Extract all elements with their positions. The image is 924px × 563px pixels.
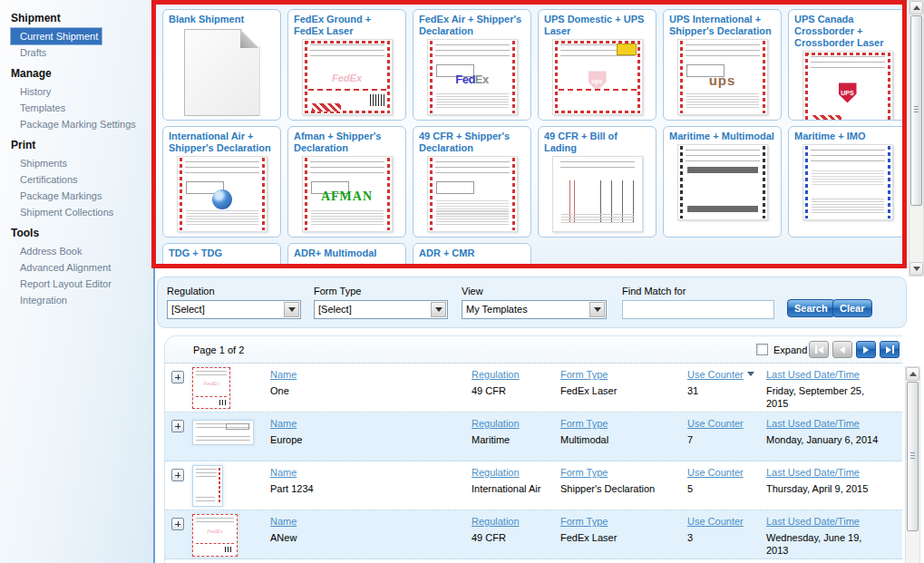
column-header-last-used[interactable]: Last Used Date/Time (766, 418, 860, 429)
form-lines (435, 161, 510, 178)
dropdown-arrow-icon[interactable] (431, 302, 446, 317)
column-header-regulation[interactable]: Regulation (472, 516, 520, 527)
column-header-name[interactable]: Name (270, 369, 297, 380)
sidebar-item-templates[interactable]: Templates (11, 100, 69, 116)
ups-shield-icon: UPS (839, 83, 857, 102)
sidebar-item-drafts[interactable]: Drafts (11, 44, 50, 61)
tile-49cfr-bol[interactable]: 49 CFR + Bill of Lading (538, 126, 657, 238)
scroll-up-icon[interactable] (906, 367, 919, 381)
next-page-button[interactable] (856, 341, 876, 358)
column-header-form-type[interactable]: Form Type (560, 516, 608, 527)
column-header-last-used[interactable]: Last Used Date/Time (766, 516, 860, 527)
dropdown-arrow-icon[interactable] (284, 302, 299, 317)
regulation-select[interactable]: [Select] (167, 300, 301, 319)
view-select[interactable]: My Templates (462, 300, 607, 319)
column-header-use-counter[interactable]: Use Counter (687, 516, 744, 527)
column-header-form-type[interactable]: Form Type (560, 369, 608, 380)
column-header-use-counter[interactable]: Use Counter (687, 467, 744, 478)
form-lines (310, 161, 384, 178)
tile-blank-shipment[interactable]: Blank Shipment (162, 9, 281, 121)
table-scrollbar[interactable] (905, 366, 920, 563)
column-header-form-type[interactable]: Form Type (560, 467, 608, 478)
template-title: International Air + Shipper's Declaratio… (169, 131, 275, 154)
table-row[interactable]: Name Europe Regulation Maritime Form Typ… (165, 413, 902, 461)
expand-row-icon[interactable] (171, 420, 184, 432)
tile-ups-canada[interactable]: UPS Canada Crossborder + Crossborder Las… (788, 9, 907, 121)
form-type-select[interactable]: [Select] (314, 300, 448, 319)
dropdown-arrow-icon[interactable] (589, 302, 605, 317)
sidebar-item-current-shipment[interactable]: Current Shipment (11, 28, 102, 44)
ups-logo: ups (678, 73, 767, 88)
scroll-down-icon[interactable] (909, 262, 923, 276)
column-header-regulation[interactable]: Regulation (472, 467, 520, 478)
sidebar-item-package-markings[interactable]: Package Markings (11, 188, 106, 204)
sidebar-item-advanced-alignment[interactable]: Advanced Alignment (11, 259, 114, 276)
ups-international-thumbnail: ups (677, 39, 768, 115)
tile-ups-domestic[interactable]: UPS Domestic + UPS Laser ups (538, 9, 657, 121)
table-row[interactable]: FedEx Name ANew Regulation 49 CFR Form T… (165, 510, 902, 559)
last-page-button[interactable] (880, 341, 900, 358)
prev-page-button[interactable] (832, 341, 852, 358)
tile-ups-international[interactable]: UPS International + Shipper's Declaratio… (663, 9, 782, 121)
sidebar-item-report-layout-editor[interactable]: Report Layout Editor (11, 276, 115, 292)
column-header-name[interactable]: Name (270, 418, 297, 429)
row-thumbnail (192, 420, 254, 445)
tile-maritime-imo[interactable]: Maritime + IMO (788, 126, 907, 238)
form-lines (812, 170, 884, 185)
scroll-up-icon[interactable] (909, 1, 923, 15)
search-button[interactable]: Search (787, 299, 835, 317)
sidebar-item-address-book[interactable]: Address Book (11, 243, 85, 259)
column-header-form-type[interactable]: Form Type (560, 418, 608, 429)
pagination (809, 341, 900, 358)
sidebar-item-integration[interactable]: Integration (11, 292, 71, 308)
tile-adr-multimodal[interactable]: ADR+ Multimodal (287, 243, 406, 268)
expand-row-icon[interactable] (171, 371, 184, 383)
row-regulation: Maritime (472, 434, 510, 445)
tile-international-air[interactable]: International Air + Shipper's Declaratio… (162, 126, 281, 238)
column-header-name[interactable]: Name (270, 467, 297, 478)
expand-row-icon[interactable] (171, 469, 184, 481)
template-title: FedEx Air + Shipper's Declaration (419, 14, 525, 37)
row-form-type: Multimodal (560, 434, 608, 445)
gallery-scrollbar-thumb[interactable] (910, 15, 922, 206)
tile-fedex-ground[interactable]: FedEx Ground + FedEx Laser FedEx (287, 9, 406, 121)
row-use-counter: 7 (687, 434, 693, 445)
sidebar-item-package-marking-settings[interactable]: Package Marking Settings (11, 116, 140, 132)
clear-button[interactable]: Clear (832, 299, 872, 317)
column-header-regulation[interactable]: Regulation (472, 418, 520, 429)
expand-row-icon[interactable] (171, 518, 184, 530)
maritime-multimodal-thumbnail (677, 144, 768, 220)
tile-afman[interactable]: Afman + Shipper's Declaration AFMAN (287, 126, 406, 238)
column-header-regulation[interactable]: Regulation (472, 369, 520, 380)
template-title: UPS Canada Crossborder + Crossborder Las… (794, 14, 900, 49)
column-header-use-counter[interactable]: Use Counter (687, 369, 744, 380)
row-use-counter: 31 (687, 385, 698, 396)
column-header-last-used[interactable]: Last Used Date/Time (766, 467, 860, 478)
column-header-use-counter[interactable]: Use Counter (687, 418, 744, 429)
form-type-value: [Select] (318, 304, 352, 315)
find-match-input[interactable] (622, 300, 774, 319)
table-row[interactable]: FedEx Name One Regulation 49 CFR Form Ty… (165, 364, 902, 413)
row-use-counter: 5 (687, 483, 693, 494)
tile-maritime-multimodal[interactable]: Maritime + Multimodal (663, 126, 782, 238)
tile-fedex-air[interactable]: FedEx Air + Shipper's Declaration FedEx (413, 9, 531, 121)
table-row[interactable]: Name Part 1234 Regulation International … (165, 461, 902, 510)
template-title: Maritime + IMO (794, 131, 900, 142)
sidebar-item-certifications[interactable]: Certifications (11, 171, 82, 188)
tile-tdg[interactable]: TDG + TDG (162, 243, 281, 268)
sidebar-item-history[interactable]: History (11, 83, 54, 100)
row-thumbnail: FedEx (192, 514, 238, 557)
expand-all-checkbox[interactable] (756, 344, 768, 355)
table-scrollbar-thumb[interactable] (907, 382, 919, 531)
column-header-last-used[interactable]: Last Used Date/Time (766, 369, 860, 380)
tile-adr-cmr[interactable]: ADR + CMR (413, 243, 531, 268)
template-grid: Blank Shipment FedEx Ground + FedEx Lase… (162, 9, 902, 268)
fedex-logo: FedEx (428, 73, 517, 86)
tile-49cfr-shippers[interactable]: 49 CFR + Shipper's Declaration (413, 126, 531, 238)
sidebar-item-shipment-collections[interactable]: Shipment Collections (11, 204, 117, 220)
first-page-button[interactable] (809, 341, 829, 358)
column-header-name[interactable]: Name (270, 516, 297, 527)
afman-thumbnail: AFMAN (302, 156, 393, 232)
gallery-scrollbar[interactable] (909, 0, 924, 277)
sidebar-item-shipments[interactable]: Shipments (11, 155, 71, 171)
